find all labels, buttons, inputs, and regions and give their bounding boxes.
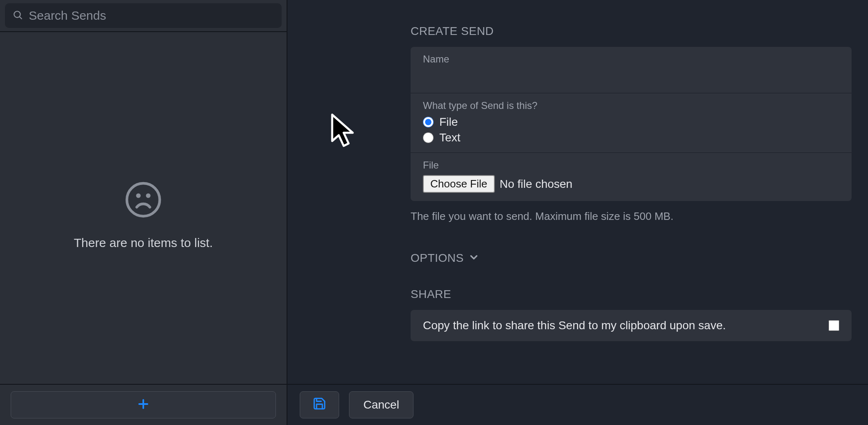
right-pane: CREATE SEND Name What type of Send is th… — [287, 0, 868, 425]
radio-row-text[interactable]: Text — [423, 131, 839, 144]
name-label: Name — [423, 53, 839, 65]
share-copy-row[interactable]: Copy the link to share this Send to my c… — [411, 310, 852, 341]
name-input[interactable] — [423, 69, 839, 85]
share-copy-checkbox[interactable] — [829, 320, 839, 331]
svg-point-4 — [147, 195, 149, 197]
search-wrap — [0, 0, 287, 32]
type-radio-group: File Text — [423, 115, 839, 144]
save-button[interactable] — [300, 391, 339, 418]
options-label: OPTIONS — [411, 252, 464, 265]
svg-point-3 — [138, 195, 140, 197]
type-field: What type of Send is this? File Text — [411, 93, 852, 153]
create-send-card: Name What type of Send is this? File Tex… — [411, 47, 852, 201]
right-content: CREATE SEND Name What type of Send is th… — [287, 0, 868, 384]
radio-row-file[interactable]: File — [423, 115, 839, 129]
chevron-down-icon — [468, 252, 480, 265]
plus-icon — [137, 398, 149, 412]
create-send-heading: CREATE SEND — [411, 25, 852, 38]
search-icon — [12, 9, 23, 22]
type-question-label: What type of Send is this? — [423, 100, 839, 111]
file-field: File Choose File No file chosen — [411, 153, 852, 201]
svg-point-2 — [127, 183, 160, 216]
add-send-button[interactable] — [11, 391, 276, 418]
app-root: There are no items to list. CREATE SEND … — [0, 0, 868, 425]
share-copy-label: Copy the link to share this Send to my c… — [423, 319, 726, 332]
left-pane: There are no items to list. — [0, 0, 287, 425]
save-icon — [312, 397, 326, 413]
radio-file-label: File — [439, 115, 458, 129]
svg-line-1 — [20, 17, 22, 19]
search-input[interactable] — [29, 9, 274, 23]
search-box[interactable] — [5, 3, 282, 28]
left-footer — [0, 384, 287, 425]
no-file-text: No file chosen — [500, 178, 572, 191]
radio-text[interactable] — [423, 132, 434, 143]
cancel-button[interactable]: Cancel — [349, 391, 413, 418]
frown-icon — [124, 180, 163, 221]
cancel-label: Cancel — [363, 398, 399, 411]
empty-state: There are no items to list. — [0, 32, 287, 384]
file-row: Choose File No file chosen — [423, 175, 839, 193]
empty-text: There are no items to list. — [74, 236, 213, 250]
options-toggle[interactable]: OPTIONS — [411, 252, 852, 265]
radio-file[interactable] — [423, 117, 434, 127]
name-field: Name — [411, 47, 852, 93]
share-heading: SHARE — [411, 288, 852, 301]
file-hint: The file you want to send. Maximum file … — [411, 210, 852, 223]
choose-file-button[interactable]: Choose File — [423, 175, 495, 193]
file-section-label: File — [423, 159, 839, 171]
radio-text-label: Text — [439, 131, 460, 144]
right-footer: Cancel — [287, 384, 868, 425]
